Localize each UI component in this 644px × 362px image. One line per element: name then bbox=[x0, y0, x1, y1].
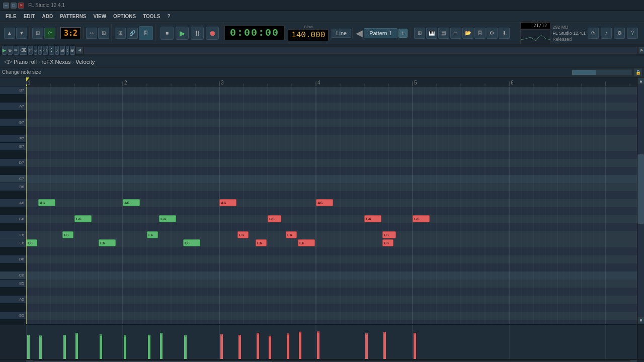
plugin-icon[interactable]: ⚙ bbox=[487, 28, 498, 39]
piano-key-c#7[interactable] bbox=[0, 167, 26, 175]
v-scrollbar[interactable]: ▲ ▼ bbox=[637, 77, 644, 324]
piano-key-g5[interactable]: G5 bbox=[0, 312, 26, 320]
link-icon[interactable]: 🔗 bbox=[127, 28, 138, 39]
note-A6[interactable]: A6 bbox=[316, 199, 333, 206]
bpm-display[interactable]: 140.000 bbox=[288, 29, 329, 41]
menu-add[interactable]: ADD bbox=[38, 13, 56, 20]
piano-key-f#6[interactable] bbox=[0, 223, 26, 231]
maximize-button[interactable]: □ bbox=[11, 3, 17, 9]
note-F6[interactable]: F6 bbox=[286, 231, 297, 238]
pr-arp-button[interactable]: ♪ bbox=[55, 46, 59, 55]
v-scroll-track[interactable] bbox=[637, 84, 644, 317]
menu-options[interactable]: OPTIONS bbox=[110, 13, 139, 20]
piano-key-c6[interactable]: C6 bbox=[0, 272, 26, 280]
pr-pencil-button[interactable]: ✏ bbox=[14, 46, 19, 55]
pr-zoom2-button[interactable]: ⊕ bbox=[70, 46, 75, 55]
note-F6[interactable]: F6 bbox=[62, 231, 73, 238]
piano-key-c7[interactable]: C7 bbox=[0, 175, 26, 183]
browser-icon[interactable]: 📂 bbox=[462, 28, 473, 39]
piano-key-d#6[interactable] bbox=[0, 247, 26, 255]
piano-key-g#5[interactable] bbox=[0, 304, 26, 312]
v-scroll-thumb[interactable] bbox=[637, 154, 644, 224]
note-F6[interactable]: F6 bbox=[382, 231, 396, 238]
breadcrumb-velocity[interactable]: Velocity bbox=[75, 59, 95, 65]
update-icon[interactable]: ⟳ bbox=[588, 28, 599, 39]
pr-ghost-button[interactable]: ◌ bbox=[43, 46, 48, 55]
line-selector[interactable]: Line bbox=[332, 29, 351, 38]
menu-view[interactable]: VIEW bbox=[90, 13, 110, 20]
note-E6[interactable]: E6 bbox=[26, 239, 37, 246]
close-button[interactable]: ✕ bbox=[18, 3, 24, 9]
piano-key-f#5[interactable] bbox=[0, 320, 26, 324]
menu-edit[interactable]: EDIT bbox=[20, 13, 39, 20]
note-E6[interactable]: E6 bbox=[99, 239, 116, 246]
note-G6[interactable]: G6 bbox=[159, 215, 176, 222]
note-F6[interactable]: F6 bbox=[237, 231, 249, 238]
v-scroll-down-button[interactable]: ▼ bbox=[637, 317, 644, 324]
note-F6[interactable]: F6 bbox=[147, 231, 158, 238]
pattern-selector[interactable]: Pattern 1 bbox=[364, 28, 397, 38]
piano-key-g#6[interactable] bbox=[0, 207, 26, 215]
mixer-icon[interactable]: 🎛 bbox=[139, 26, 153, 40]
menu-help[interactable]: ? bbox=[164, 13, 174, 20]
stop-button[interactable]: ■ bbox=[160, 27, 174, 40]
pause-button[interactable]: ⏸ bbox=[191, 27, 204, 40]
piano-key-d6[interactable]: D6 bbox=[0, 255, 26, 263]
breadcrumb-instrument[interactable]: reFX Nexus bbox=[42, 59, 71, 65]
piano-key-c#6[interactable] bbox=[0, 263, 26, 272]
piano-key-f7[interactable]: F7 bbox=[0, 135, 26, 143]
pr-eraser-button[interactable]: ⌫ bbox=[20, 46, 27, 55]
help2-icon[interactable]: ? bbox=[627, 28, 638, 39]
piano-key-d#7[interactable] bbox=[0, 151, 26, 159]
pr-magnet-button[interactable]: ⊕ bbox=[8, 46, 13, 55]
prev-pattern-button[interactable]: ◀ bbox=[356, 28, 363, 39]
piano-key-d7[interactable]: D7 bbox=[0, 159, 26, 167]
options-icon[interactable]: ⊞ bbox=[98, 28, 109, 39]
pr-zoom-button[interactable]: ⌕ bbox=[34, 46, 37, 55]
piano-key-a6[interactable]: A6 bbox=[0, 199, 26, 207]
channel-rack-icon[interactable]: ⊞ bbox=[115, 28, 126, 39]
scroll-left-button[interactable]: ◀ bbox=[76, 47, 83, 54]
piano-key-a5[interactable]: A5 bbox=[0, 296, 26, 304]
arrow-down-icon[interactable]: ▼ bbox=[16, 28, 27, 39]
pr-flip-button[interactable]: ↕ bbox=[66, 46, 69, 55]
piano-key-f6[interactable]: F6 bbox=[0, 231, 26, 239]
menu-tools[interactable]: TOOLS bbox=[139, 13, 164, 20]
piano-key-g7[interactable]: G7 bbox=[0, 119, 26, 127]
note-G6[interactable]: G6 bbox=[74, 215, 92, 222]
pr-strum-button[interactable]: ⋮ bbox=[49, 46, 54, 55]
piano-key-e7[interactable]: E7 bbox=[0, 143, 26, 151]
piano-key-g#7[interactable] bbox=[0, 111, 26, 119]
note-G6[interactable]: G6 bbox=[413, 215, 430, 222]
menu-patterns[interactable]: PATTERNS bbox=[56, 13, 90, 20]
add-pattern-button[interactable]: + bbox=[398, 29, 408, 38]
piano-key-a#5[interactable] bbox=[0, 288, 26, 296]
h-scroll-right-button[interactable]: ▶ bbox=[630, 360, 637, 363]
piano-key-b5[interactable]: B5 bbox=[0, 280, 26, 288]
effects-icon[interactable]: 🎛 bbox=[474, 28, 486, 39]
step-seq-icon[interactable]: ▤ bbox=[438, 28, 449, 39]
piano-key-e6[interactable]: E6 bbox=[0, 239, 26, 247]
piano-roll-icon[interactable]: 🎹 bbox=[426, 28, 437, 39]
stretch-icon[interactable]: ⇿ bbox=[86, 28, 97, 39]
note-E6[interactable]: E6 bbox=[382, 239, 393, 246]
piano-key-b7[interactable]: B7 bbox=[0, 86, 26, 95]
mixer2-icon[interactable]: ≡ bbox=[450, 28, 461, 39]
note-A6[interactable]: A6 bbox=[219, 199, 236, 206]
note-E6[interactable]: E6 bbox=[298, 239, 315, 246]
midi-icon[interactable]: ♪ bbox=[601, 28, 612, 39]
piano-key-a#7[interactable] bbox=[0, 95, 26, 103]
download-icon[interactable]: ⬇ bbox=[499, 28, 510, 39]
note-A6[interactable]: A6 bbox=[123, 199, 140, 206]
pr-detuning-button[interactable]: ~ bbox=[38, 46, 42, 55]
pr-select-button[interactable]: ◻ bbox=[28, 46, 33, 55]
record-button[interactable]: ⏺ bbox=[206, 27, 219, 40]
note-grid[interactable]: E6A6F6G6E6A6F6G6E6A6F6E6G6F6E6A6G6F6E6G6 bbox=[26, 86, 637, 324]
note-A6[interactable]: A6 bbox=[38, 199, 55, 206]
note-E6[interactable]: E6 bbox=[183, 239, 200, 246]
menu-file[interactable]: FILE bbox=[2, 13, 20, 20]
pr-play-button[interactable]: ▶ bbox=[2, 46, 7, 55]
velocity-bars[interactable] bbox=[26, 325, 637, 359]
note-size-lock-icon[interactable]: 🔒 bbox=[634, 68, 642, 76]
piano-key-a#6[interactable] bbox=[0, 191, 26, 199]
